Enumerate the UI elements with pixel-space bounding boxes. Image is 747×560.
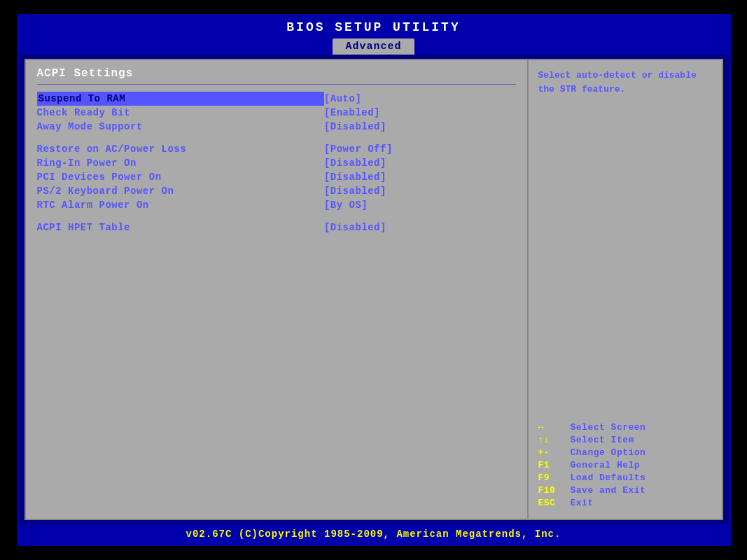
table-row[interactable]: Suspend To RAM[Auto] [37,92,516,106]
table-row[interactable]: Check Ready Bit[Enabled] [37,106,516,120]
tab-advanced[interactable]: Advanced [333,38,414,55]
main-area: ACPI Settings Suspend To RAM[Auto]Check … [19,55,729,524]
setting-name: Restore on AC/Power Loss [37,142,324,156]
shortcut-key: ESC [538,498,565,508]
table-row[interactable]: PS/2 Keyboard Power On[Disabled] [37,184,516,198]
setting-value: [Disabled] [324,120,516,134]
shortcut-key: F9 [538,472,565,483]
shortcut-desc: Change Option [571,447,646,458]
setting-name: Suspend To RAM [37,92,324,106]
shortcut-desc: Select Screen [571,422,646,433]
shortcut-desc: Load Defaults [571,472,646,483]
table-row[interactable]: Ring-In Power On[Disabled] [37,156,516,170]
setting-name: RTC Alarm Power On [37,198,324,212]
shortcuts-area: ↔ Select Screen ↑↓ Select Item +- Change… [538,422,712,510]
shortcut-row: F1 General Help [538,460,712,470]
right-panel: Select auto-detect or disable the STR fe… [529,59,723,520]
shortcut-desc: General Help [571,460,641,470]
settings-table: Suspend To RAM[Auto]Check Ready Bit[Enab… [37,92,516,234]
tab-bar: Advanced [19,38,729,55]
setting-name: Check Ready Bit [37,106,324,120]
shortcut-row: +- Change Option [538,447,712,458]
shortcut-key: ↔ [538,422,565,433]
shortcut-row: ESC Exit [538,498,712,508]
shortcut-row: F10 Save and Exit [538,485,712,496]
shortcut-row: ↔ Select Screen [538,422,712,433]
left-panel: ACPI Settings Suspend To RAM[Auto]Check … [25,59,529,520]
table-row[interactable]: ACPI HPET Table[Disabled] [37,220,516,234]
setting-value: [By OS] [324,198,516,212]
shortcut-key: F1 [538,460,565,470]
setting-value: [Enabled] [324,106,516,120]
shortcut-desc: Select Item [571,435,634,445]
setting-value: [Disabled] [324,184,516,198]
section-title: ACPI Settings [37,67,516,80]
shortcut-desc: Exit [571,498,594,508]
shortcut-row: F9 Load Defaults [538,472,712,483]
settings-gap [37,212,516,220]
title-bar: BIOS SETUP UTILITY [19,16,729,38]
setting-value: [Auto] [324,92,516,106]
divider [37,84,516,85]
setting-value: [Disabled] [324,156,516,170]
setting-value: [Disabled] [324,220,516,234]
setting-value: [Disabled] [324,170,516,184]
setting-name: PCI Devices Power On [37,170,324,184]
table-row[interactable]: RTC Alarm Power On[By OS] [37,198,516,212]
table-row[interactable]: Restore on AC/Power Loss[Power Off] [37,142,516,156]
shortcut-key: +- [538,447,565,458]
shortcut-key: F10 [538,485,565,496]
help-text: Select auto-detect or disable the STR fe… [538,69,712,96]
shortcut-row: ↑↓ Select Item [538,435,712,445]
setting-name: PS/2 Keyboard Power On [37,184,324,198]
shortcut-key: ↑↓ [538,435,565,445]
footer: v02.67C (C)Copyright 1985-2009, American… [19,524,729,544]
setting-value: [Power Off] [324,142,516,156]
shortcut-desc: Save and Exit [571,485,646,496]
settings-gap [37,134,516,142]
table-row[interactable]: PCI Devices Power On[Disabled] [37,170,516,184]
setting-name: Ring-In Power On [37,156,324,170]
setting-name: ACPI HPET Table [37,220,324,234]
setting-name: Away Mode Support [37,120,324,134]
table-row[interactable]: Away Mode Support[Disabled] [37,120,516,134]
bios-title: BIOS SETUP UTILITY [286,20,460,34]
bios-screen: BIOS SETUP UTILITY Advanced ACPI Setting… [17,14,731,546]
